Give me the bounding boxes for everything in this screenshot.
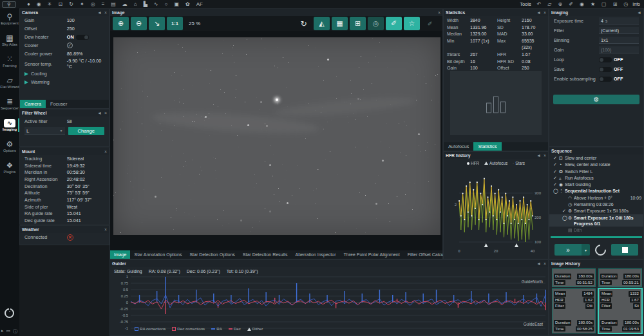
histogram-icon[interactable]: ▙ (144, 0, 147, 8)
change-filter-button[interactable]: Change (68, 127, 105, 135)
sequence-item[interactable]: ✓ ▵ Run Autofocus (549, 174, 643, 181)
sequence-item[interactable]: ✓ ⚙ Smart Exposure 1x Sii 180s (549, 207, 643, 214)
gain-input[interactable]: (100) (599, 46, 639, 53)
collapse-icon[interactable]: ▸ (1, 328, 4, 335)
image-tab[interactable]: Aberration Inspector (292, 250, 340, 259)
history-thumbnail-selected[interactable]: Mean1332 HFR1.67 FilterSii Duration180.0… (598, 288, 642, 333)
filter-select[interactable]: L▼ (24, 127, 65, 135)
plugins-icon[interactable]: ✿ (185, 0, 190, 8)
sidebar-item-flat-wizard[interactable]: ▱ Flat Wizard (0, 72, 19, 93)
cooling-expander[interactable]: Cooling (20, 70, 109, 78)
grid-icon[interactable]: ⊞ (613, 0, 618, 8)
sidebar-item-sequencer[interactable]: ≣ Sequencer (0, 93, 19, 115)
sidebar-item-framing[interactable]: ⁙ Framing (0, 51, 19, 72)
skip-options-caret[interactable]: ▾ (582, 244, 590, 256)
pin-icon[interactable]: ◄ (536, 153, 541, 158)
sidebar-item-sky-atlas[interactable]: ▦ Sky Atlas (0, 30, 19, 51)
history-icon[interactable]: ◷ (623, 0, 628, 8)
statistics-dock-tab[interactable]: Autofocus (444, 142, 473, 151)
warming-expander[interactable]: Warming (20, 78, 109, 86)
close-icon[interactable]: × (544, 261, 546, 266)
pin-icon[interactable]: ◄ (97, 10, 102, 15)
bulb-icon[interactable]: ○ (165, 0, 168, 8)
image-tab[interactable]: Star Annotation Options (130, 250, 185, 259)
focuser-icon[interactable]: ✳ (48, 0, 52, 8)
telescope-icon[interactable]: ↻ (69, 0, 73, 8)
camera-dock-tab[interactable]: Camera (20, 100, 46, 108)
sequence-item[interactable]: ◷ Remaining 03:08:26 (549, 201, 643, 207)
image-tab[interactable]: Star Detection Options (185, 250, 238, 259)
image-tab[interactable]: Image (110, 250, 130, 259)
weather-icon[interactable]: ☁ (122, 0, 128, 8)
close-icon[interactable]: × (544, 153, 546, 158)
pin-icon[interactable]: ◄ (97, 111, 102, 115)
fit-image-button[interactable]: ↘ (149, 17, 165, 30)
close-icon[interactable]: × (104, 111, 107, 115)
image-tab[interactable]: Star Detection Results (239, 250, 292, 259)
info-menu[interactable]: Info (632, 2, 640, 6)
close-icon[interactable]: × (104, 10, 107, 15)
close-icon[interactable]: × (438, 10, 440, 15)
sequence-item[interactable]: ◠ Above Horizon + 0° 10:09 (549, 194, 643, 201)
sequence-item[interactable]: ✓ ◔ Slew, center and rotate (549, 161, 643, 167)
autofocus-icon[interactable]: AF (196, 0, 203, 8)
rotate-button[interactable]: ↻ (296, 17, 312, 30)
disconnected-icon[interactable]: ✕ (67, 234, 73, 241)
bahtinov-button[interactable]: ⊞ (350, 17, 366, 30)
history-thumbnail[interactable]: Mean1484 HFR1.62 FilterOiii Duration180.… (552, 288, 596, 333)
close-icon[interactable]: × (104, 227, 107, 232)
hfr-history-chart[interactable]: 300200100202040 (444, 167, 549, 259)
pin-icon[interactable]: ◄ (536, 10, 541, 15)
plate-solve-icon[interactable]: ✐ (569, 0, 573, 8)
loop-toggle[interactable] (599, 57, 612, 62)
camera-icon[interactable]: ● (27, 0, 30, 8)
resize-icon[interactable]: ▢ (601, 0, 607, 8)
power-button[interactable] (5, 308, 14, 318)
cooler-on-icon[interactable]: ✓ (67, 42, 73, 48)
sidebar-item-plugins[interactable]: ❖ Plugins (0, 157, 19, 178)
stop-button[interactable] (611, 244, 638, 256)
sequence-item[interactable]: ✓ ❂ Switch Filter L (549, 168, 643, 174)
start-exposure-button[interactable]: ⚙ (553, 95, 639, 104)
dome-icon[interactable]: ◎ (91, 0, 95, 8)
image-tab[interactable]: Three Point Polar Alignment (340, 250, 404, 259)
zoom-out-button[interactable]: ⊖ (131, 17, 147, 30)
pin-icon[interactable]: ◄ (536, 261, 541, 266)
pixel-grid-button[interactable]: ▦ (332, 17, 348, 30)
connect-button[interactable]: ⚲ (2, 1, 16, 8)
chart-icon[interactable]: ∿ (154, 0, 158, 8)
pin-icon[interactable]: ◄ (637, 10, 641, 15)
history-thumbnail[interactable]: Duration180.00s Time00:51:52 (552, 268, 596, 287)
close-icon[interactable]: × (104, 149, 107, 154)
sequence-item[interactable]: ✓ ◉ Start Guiding (549, 181, 643, 187)
filter-wheel-icon[interactable]: ◉ (37, 0, 41, 8)
auto-stretch-button[interactable]: ✐ (386, 17, 402, 30)
tools-menu[interactable]: Tools (520, 1, 531, 7)
close-icon[interactable]: × (544, 10, 546, 15)
flat-icon[interactable]: ▱ (547, 0, 551, 8)
sidebar-item-equipment[interactable]: ⚲ Equipment (0, 8, 19, 30)
platesolve-annotate-button[interactable]: ✐ (422, 17, 438, 30)
sequence-item[interactable]: ✓ ⊡ Slew and center (549, 154, 643, 161)
dew-heater-toggle[interactable] (76, 35, 89, 40)
about-icon[interactable]: ⓘ (13, 328, 17, 335)
filter-select[interactable]: (Current) (599, 27, 639, 34)
statistics-dock-tab[interactable]: Statistics (473, 142, 501, 151)
safety-monitor-icon[interactable]: ▣ (174, 0, 179, 8)
sequence-item[interactable]: ▤ Dith (549, 227, 643, 233)
observatory-icon[interactable]: ⌂ (134, 0, 137, 8)
target-icon[interactable]: ◉ (580, 0, 584, 8)
subsampling-toggle[interactable] (599, 77, 612, 82)
sidebar-item-options[interactable]: ⚙ Options (0, 136, 19, 157)
crosshair-button[interactable]: ◎ (368, 17, 384, 30)
binning-select[interactable]: 1x1 (599, 37, 639, 44)
sequence-item[interactable]: ◯ ⚙ Smart Exposure 1x Oiii 180s Progress… (549, 214, 643, 227)
one-to-one-button[interactable]: 1:1 (167, 17, 183, 30)
undo-icon[interactable]: ↶ (537, 0, 542, 8)
star-detection-button[interactable]: ☆ (404, 17, 420, 30)
log-icon[interactable]: ▭ (6, 328, 11, 335)
sidebar-item-imaging[interactable]: ∿ Imaging (0, 115, 19, 136)
flip-horizontal-button[interactable]: ◭ (314, 17, 330, 30)
search-icon[interactable]: ⊕ (558, 0, 563, 8)
exposure-time-input[interactable]: 4s (599, 17, 639, 24)
